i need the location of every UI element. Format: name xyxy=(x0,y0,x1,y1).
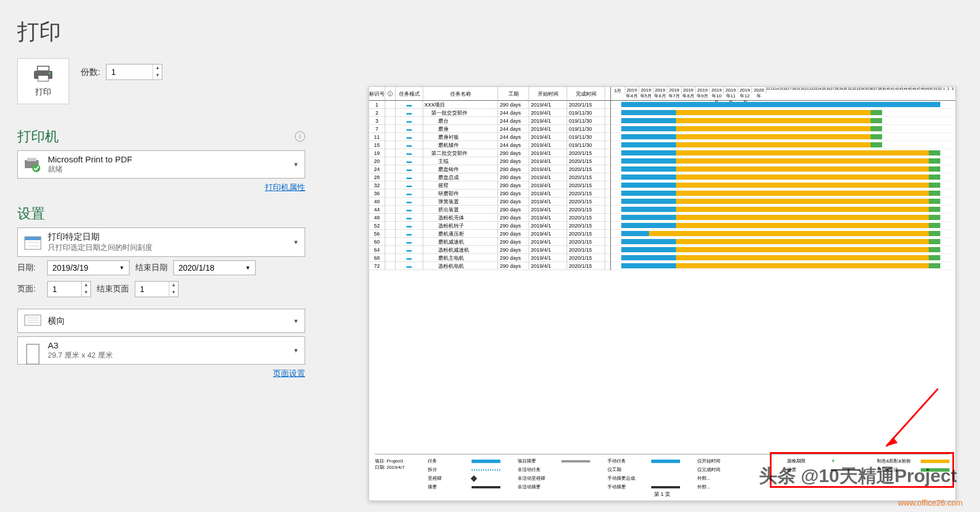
table-row: 3 ▬ 磨台 244 days 2019/4/1 019/11/30 xyxy=(369,117,610,125)
gantt-bar-row xyxy=(611,238,955,246)
chevron-down-icon: ▼ xyxy=(293,318,299,324)
col-mode: 任务模式 xyxy=(396,87,423,101)
page-setup-link[interactable]: 页面设置 xyxy=(273,369,305,378)
footer-project: 项目: Project1 xyxy=(375,458,428,464)
chevron-down-icon: ▼ xyxy=(293,161,299,168)
svg-rect-2 xyxy=(38,75,48,81)
gantt-bar-row xyxy=(611,254,955,262)
table-row: 20 ▬ 主辊 290 days 2019/4/1 2020/1/15 xyxy=(369,157,610,165)
copies-spinner[interactable]: ▲▼ xyxy=(106,64,162,80)
watermark: 头条 @10天精通Project xyxy=(759,464,957,489)
annotation-arrow xyxy=(875,383,944,452)
gantt-bar-row xyxy=(611,230,955,238)
table-row: 56 ▬ 磨机液压柜 290 days 2019/4/1 2020/1/15 xyxy=(369,230,610,238)
page-to-label: 结束页面 xyxy=(97,284,129,294)
landscape-icon xyxy=(24,313,42,329)
table-row: 72 ▬ 选粉机电机 290 days 2019/4/1 2020/1/15 xyxy=(369,262,610,270)
table-row: 19 ▬ 第二批交货部件 290 days 2019/4/1 2020/1/15 xyxy=(369,149,610,157)
chevron-down-icon: ▼ xyxy=(119,265,124,271)
date-range-icon xyxy=(24,234,42,251)
table-row: 52 ▬ 选粉机转子 290 days 2019/4/1 2020/1/15 xyxy=(369,222,610,230)
svg-point-3 xyxy=(49,73,51,74)
gantt-bar-row xyxy=(611,117,955,125)
watermark-url: www.office26.com xyxy=(898,498,963,507)
date-from-label: 日期: xyxy=(17,263,41,273)
svg-rect-15 xyxy=(26,344,39,364)
table-row: 2 ▬ 第一批交货部件 244 days 2019/4/1 019/11/30 xyxy=(369,109,610,117)
col-dur: 工期 xyxy=(498,87,529,101)
date-from-input[interactable]: 2019/3/19▼ xyxy=(47,260,130,275)
gantt-bar-row xyxy=(611,198,955,206)
gantt-bar-row xyxy=(611,206,955,214)
chevron-down-icon: ▼ xyxy=(293,347,299,354)
page-to-spinner[interactable]: ▲▼ xyxy=(135,281,178,297)
printer-status: 就绪 xyxy=(48,164,287,175)
print-range-select[interactable]: 打印特定日期 只打印选定日期之间的时间刻度 ▼ xyxy=(17,227,305,257)
gantt-bar-row xyxy=(611,101,955,109)
printer-properties-link[interactable]: 打印机属性 xyxy=(265,183,305,192)
col-info: ⓘ xyxy=(385,87,396,101)
date-to-input[interactable]: 2020/1/18▼ xyxy=(173,260,256,275)
table-row: 1 ▬ XXX项目 290 days 2019/4/1 2020/1/15 xyxy=(369,101,610,109)
printer-select[interactable]: Microsoft Print to PDF 就绪 ▼ xyxy=(17,150,305,179)
gantt-bar-row xyxy=(611,165,955,173)
col-start: 开始时间 xyxy=(529,87,567,101)
gantt-bar-row xyxy=(611,214,955,222)
table-row: 64 ▬ 选粉机减速机 290 days 2019/4/1 2020/1/15 xyxy=(369,246,610,254)
table-row: 60 ▬ 磨机减速机 290 days 2019/4/1 2020/1/15 xyxy=(369,238,610,246)
table-row: 24 ▬ 磨盘铸件 290 days 2019/4/1 2020/1/15 xyxy=(369,165,610,173)
paper-size: 29.7 厘米 x 42 厘米 xyxy=(48,350,287,361)
table-row: 48 ▬ 选粉机壳体 290 days 2019/4/1 2020/1/15 xyxy=(369,214,610,222)
svg-rect-8 xyxy=(25,237,41,240)
gantt-bar-row xyxy=(611,262,955,270)
gantt-bar-row xyxy=(611,133,955,141)
table-row: 7 ▬ 磨身 244 days 2019/4/1 019/11/30 xyxy=(369,125,610,133)
svg-marker-17 xyxy=(886,437,898,446)
table-row: 36 ▬ 研磨部件 290 days 2019/4/1 2020/1/15 xyxy=(369,189,610,198)
gantt-bar-row xyxy=(611,109,955,117)
settings-heading: 设置 xyxy=(17,204,305,223)
col-name: 任务名称 xyxy=(423,87,498,101)
copies-input[interactable] xyxy=(107,65,153,79)
range-sub: 只打印选定日期之间的时间刻度 xyxy=(48,242,287,253)
page-icon xyxy=(24,343,42,359)
orientation-value: 横向 xyxy=(48,316,287,327)
table-row: 40 ▬ 弹簧装置 290 days 2019/4/1 2020/1/15 xyxy=(369,198,610,206)
print-preview: 标识号 ⓘ 任务模式 任务名称 工期 开始时间 完成时间 1 ▬ XXX项目 2… xyxy=(369,86,956,501)
printer-ready-icon xyxy=(24,157,42,173)
page-from-spinner[interactable]: ▲▼ xyxy=(47,281,91,297)
page-from-label: 页面: xyxy=(17,284,41,294)
printer-heading: 打印机 xyxy=(17,127,59,146)
svg-rect-5 xyxy=(27,158,36,161)
gantt-bar-row xyxy=(611,222,955,230)
gantt-bar-row xyxy=(611,246,955,254)
col-fin: 完成时间 xyxy=(567,87,605,101)
page-title: 打印 xyxy=(17,17,305,47)
spin-down[interactable]: ▼ xyxy=(153,72,162,79)
spin-up[interactable]: ▲ xyxy=(153,65,162,72)
paper-select[interactable]: A3 29.7 厘米 x 42 厘米 ▼ xyxy=(17,336,305,365)
svg-rect-0 xyxy=(37,66,49,71)
table-row: 44 ▬ 挤出装置 290 days 2019/4/1 2020/1/15 xyxy=(369,206,610,214)
range-title: 打印特定日期 xyxy=(48,232,287,242)
table-row: 68 ▬ 磨机主电机 290 days 2019/4/1 2020/1/15 xyxy=(369,254,610,262)
gantt-bar-row xyxy=(611,141,955,149)
print-button-label: 打印 xyxy=(35,87,51,97)
chevron-down-icon: ▼ xyxy=(293,239,299,245)
gantt-bar-row xyxy=(611,189,955,198)
table-row: 15 ▬ 磨机辅件 244 days 2019/4/1 019/11/30 xyxy=(369,141,610,149)
gantt-bar-row xyxy=(611,181,955,189)
info-icon[interactable]: i xyxy=(295,131,305,142)
table-row: 32 ▬ 摇臂 290 days 2019/4/1 2020/1/15 xyxy=(369,181,610,189)
page-number: 第 1 页 xyxy=(654,491,670,498)
footer-date: 日期: 2019/4/7 xyxy=(375,464,428,471)
date-to-label: 结束日期 xyxy=(135,263,168,273)
orientation-select[interactable]: 横向 ▼ xyxy=(17,309,305,333)
printer-icon xyxy=(33,65,54,82)
gantt-bar-row xyxy=(611,157,955,165)
table-row: 11 ▬ 磨身衬板 244 days 2019/4/1 019/11/30 xyxy=(369,133,610,141)
table-row: 28 ▬ 磨盘总成 290 days 2019/4/1 2020/1/15 xyxy=(369,173,610,181)
svg-line-16 xyxy=(886,389,938,446)
paper-name: A3 xyxy=(48,340,287,350)
print-button[interactable]: 打印 xyxy=(17,58,69,104)
